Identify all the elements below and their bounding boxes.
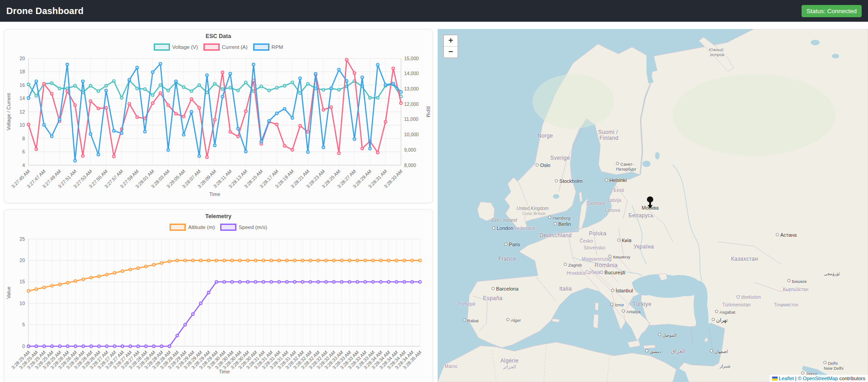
svg-text:0: 0 xyxy=(22,344,25,349)
svg-text:10,000: 10,000 xyxy=(404,132,419,137)
map-attribution: Leaflet | © OpenStreetMap contributors xyxy=(769,375,868,382)
svg-text:Voltage / Current: Voltage / Current xyxy=(6,93,11,131)
lake-onega xyxy=(655,152,660,159)
svg-text:10: 10 xyxy=(19,301,25,306)
svg-text:Time: Time xyxy=(209,191,220,197)
leaflet-flag-icon xyxy=(772,377,778,381)
telemetry-chart-canvas[interactable]: 05101520253:28:25 AM3:28:25 AM3:28:25 AM… xyxy=(4,210,433,382)
drone-dashboard-app: Drone Dashboard Status: Connected ESC Da… xyxy=(0,0,868,382)
svg-text:12,000: 12,000 xyxy=(404,101,419,107)
svg-text:15,000: 15,000 xyxy=(404,56,419,61)
svg-text:12: 12 xyxy=(19,109,25,115)
island-balearic xyxy=(552,319,560,322)
lake-vanern xyxy=(553,194,559,199)
svg-text:Time: Time xyxy=(219,369,230,374)
zoom-out-button[interactable]: − xyxy=(444,46,458,57)
svg-text:9,000: 9,000 xyxy=(404,147,416,153)
svg-text:8: 8 xyxy=(22,136,25,141)
attribution-suffix: contributors xyxy=(840,376,865,381)
arctic-lake-2 xyxy=(832,54,839,58)
osm-link[interactable]: © OpenStreetMap xyxy=(798,376,838,381)
svg-text:8,000: 8,000 xyxy=(404,162,416,168)
island-crete xyxy=(643,345,656,349)
svg-text:RPM: RPM xyxy=(425,106,431,117)
svg-text:16: 16 xyxy=(19,82,25,88)
svg-text:11,000: 11,000 xyxy=(404,116,418,122)
leaflet-map[interactable]: NorgeSverigeSuomi /FinlandEestiLatvijaLi… xyxy=(438,29,868,382)
svg-text:Value: Value xyxy=(6,286,11,299)
drone-marker-icon[interactable] xyxy=(646,196,655,211)
svg-text:10: 10 xyxy=(19,122,25,128)
esc-data-card: ESC Data Voltage (V)Current (A)RPM 46810… xyxy=(4,29,433,203)
leaflet-link[interactable]: Leaflet xyxy=(779,376,794,381)
svg-text:15: 15 xyxy=(19,279,25,284)
svg-text:14,000: 14,000 xyxy=(404,71,419,76)
forest-russia xyxy=(673,74,835,156)
svg-text:13,000: 13,000 xyxy=(404,86,419,91)
svg-text:20: 20 xyxy=(19,258,25,263)
caspian-sea xyxy=(693,281,708,345)
zoom-in-button[interactable]: + xyxy=(444,35,458,46)
island-corsica xyxy=(595,302,599,310)
attribution-separator: | xyxy=(795,376,797,381)
svg-text:25: 25 xyxy=(19,236,25,242)
telemetry-card: Telemetry Altitude (m)Speed (m/s) 051015… xyxy=(4,209,433,382)
svg-text:14: 14 xyxy=(19,96,25,101)
lake-ladoga xyxy=(642,161,651,167)
chart-grid: 05101520253:28:25 AM3:28:25 AM3:28:25 AM… xyxy=(10,236,422,370)
map-zoom-control: + − xyxy=(443,34,458,58)
top-bar: Drone Dashboard Status: Connected xyxy=(0,0,868,22)
svg-text:5: 5 xyxy=(22,322,25,327)
svg-text:6: 6 xyxy=(22,149,25,154)
status-badge: Status: Connected xyxy=(802,5,862,17)
island-sardinia xyxy=(593,314,599,329)
esc-chart-canvas[interactable]: 4681012141618208,0009,00010,00011,00012,… xyxy=(4,29,433,203)
svg-text:4: 4 xyxy=(22,162,25,168)
forest-scandinavia xyxy=(533,74,614,129)
arctic-lake-1 xyxy=(811,40,820,45)
page-title: Drone Dashboard xyxy=(6,6,84,16)
svg-text:20: 20 xyxy=(19,56,25,61)
svg-text:18: 18 xyxy=(19,69,25,74)
